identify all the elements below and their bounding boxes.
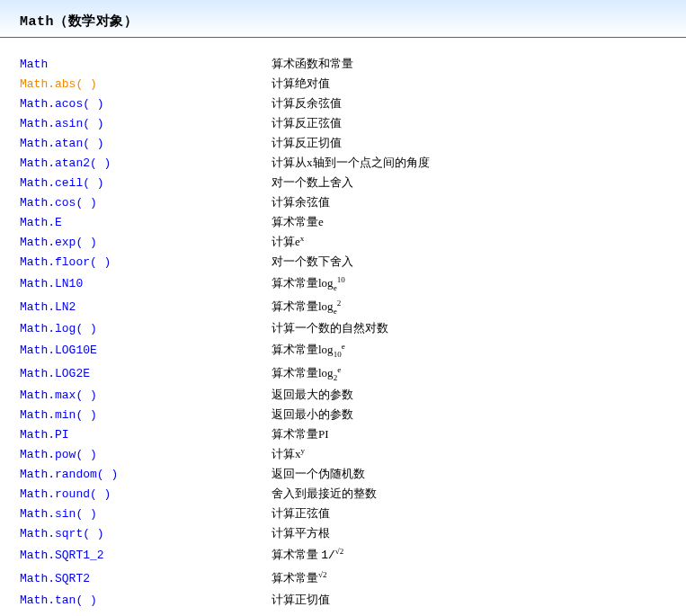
method-row: Math.sin( )计算正弦值 xyxy=(20,504,686,523)
method-desc: 算术函数和常量 xyxy=(272,54,353,73)
method-row: Math.SQRT1_2算术常量 1/√2 xyxy=(20,543,686,567)
method-link[interactable]: Math.max( ) xyxy=(20,388,97,402)
method-row: Math.floor( )对一个数下舍入 xyxy=(20,252,686,272)
method-row: Math.pow( )计算xy xyxy=(20,444,686,464)
method-list: Math算术函数和常量Math.abs( )计算绝对值Math.acos( )计… xyxy=(0,38,686,616)
method-link[interactable]: Math.abs( ) xyxy=(20,77,97,91)
method-name-cell: Math.LN10 xyxy=(20,272,272,295)
method-name-cell: Math.atan( ) xyxy=(20,134,272,153)
method-row: Math.LN2算术常量loge2 xyxy=(20,295,686,318)
method-link[interactable]: Math.sin( ) xyxy=(20,507,97,521)
method-name-cell: Math.LOG2E xyxy=(20,362,272,385)
method-link[interactable]: Math.ceil( ) xyxy=(20,176,104,190)
method-desc: 算术常量√2 xyxy=(272,567,326,589)
method-row: Math.atan( )计算反正切值 xyxy=(20,133,686,153)
method-name-cell: Math.E xyxy=(20,213,272,232)
method-link[interactable]: Math.pow( ) xyxy=(20,448,97,461)
method-name-cell: Math.exp( ) xyxy=(20,233,272,252)
method-desc: 计算反正切值 xyxy=(272,133,342,152)
method-link[interactable]: Math.asin( ) xyxy=(20,117,104,130)
method-row: Math.LOG10E算术常量log10e xyxy=(20,338,686,362)
method-link[interactable]: Math.floor( ) xyxy=(20,255,111,269)
method-desc: 对一个数上舍入 xyxy=(272,173,353,192)
method-name-cell: Math.sqrt( ) xyxy=(20,524,272,543)
method-link[interactable]: Math.atan( ) xyxy=(20,137,104,150)
method-link[interactable]: Math.tan( ) xyxy=(20,594,97,607)
method-desc: 计算平方根 xyxy=(272,523,330,542)
method-desc: 返回最小的参数 xyxy=(272,405,353,424)
method-desc: 计算余弦值 xyxy=(272,192,330,211)
method-row: Math.tan( )计算正切值 xyxy=(20,590,686,610)
method-desc: 算术常量loge2 xyxy=(272,295,341,317)
method-desc: 算术常量log2e xyxy=(272,362,341,384)
method-name-cell: Math.max( ) xyxy=(20,386,272,405)
method-name-cell: Math.PI xyxy=(20,425,272,444)
method-desc: 计算绝对值 xyxy=(272,74,330,93)
method-desc: 计算一个数的自然对数 xyxy=(272,318,388,337)
method-desc: 计算正切值 xyxy=(272,590,330,609)
method-row: Math.random( )返回一个伪随机数 xyxy=(20,464,686,484)
method-name-cell: Math.asin( ) xyxy=(20,114,272,133)
method-desc: 算术常量log10e xyxy=(272,338,345,361)
method-desc: 计算ex xyxy=(272,232,304,251)
method-name-cell: Math.log( ) xyxy=(20,319,272,338)
method-row: Math.acos( )计算反余弦值 xyxy=(20,94,686,113)
method-row: Math.SQRT2算术常量√2 xyxy=(20,567,686,590)
method-name-cell: Math.cos( ) xyxy=(20,193,272,212)
method-link[interactable]: Math.sqrt( ) xyxy=(20,527,104,540)
method-link[interactable]: Math.LOG2E xyxy=(20,367,90,380)
method-desc: 对一个数下舍入 xyxy=(272,252,353,271)
method-row: Math.PI算术常量PI xyxy=(20,424,686,444)
method-link[interactable]: Math.min( ) xyxy=(20,408,97,422)
method-desc: 返回最大的参数 xyxy=(272,385,353,404)
method-link[interactable]: Math.LN2 xyxy=(20,300,76,314)
method-link[interactable]: Math.LOG10E xyxy=(20,344,97,357)
method-name-cell: Math.acos( ) xyxy=(20,94,272,113)
method-name-cell: Math.floor( ) xyxy=(20,253,272,272)
method-desc: 舍入到最接近的整数 xyxy=(272,484,377,503)
method-row: Math.min( )返回最小的参数 xyxy=(20,405,686,424)
method-link[interactable]: Math.LN10 xyxy=(20,277,83,290)
method-desc: 计算正弦值 xyxy=(272,504,330,522)
method-row: Math.log( )计算一个数的自然对数 xyxy=(20,318,686,338)
method-row: Math.ceil( )对一个数上舍入 xyxy=(20,173,686,192)
method-name-cell: Math.LOG10E xyxy=(20,339,272,362)
method-link[interactable]: Math.exp( ) xyxy=(20,236,97,249)
method-link[interactable]: Math xyxy=(20,58,48,71)
method-name-cell: Math xyxy=(20,55,272,74)
method-desc: 计算反余弦值 xyxy=(272,94,342,112)
method-row: Math.asin( )计算反正弦值 xyxy=(20,113,686,133)
method-name-cell: Math.LN2 xyxy=(20,296,272,318)
method-link[interactable]: Math.round( ) xyxy=(20,487,111,501)
method-row: Math.E算术常量e xyxy=(20,212,686,232)
method-desc: 返回一个伪随机数 xyxy=(272,464,365,483)
method-link[interactable]: Math.acos( ) xyxy=(20,97,104,111)
method-row: Math.exp( )计算ex xyxy=(20,232,686,252)
method-row: Math.LN10算术常量loge10 xyxy=(20,272,686,295)
method-row: Math.sqrt( )计算平方根 xyxy=(20,523,686,543)
method-link[interactable]: Math.atan2( ) xyxy=(20,156,111,170)
method-name-cell: Math.atan2( ) xyxy=(20,154,272,173)
method-name-cell: Math.min( ) xyxy=(20,406,272,424)
method-link[interactable]: Math.E xyxy=(20,216,62,229)
method-link[interactable]: Math.cos( ) xyxy=(20,196,97,210)
method-name-cell: Math.abs( ) xyxy=(20,75,272,94)
method-name-cell: Math.ceil( ) xyxy=(20,174,272,192)
method-row: Math.round( )舍入到最接近的整数 xyxy=(20,484,686,504)
method-desc: 算术常量PI xyxy=(272,424,329,443)
method-link[interactable]: Math.SQRT2 xyxy=(20,572,90,585)
method-desc: 计算从x轴到一个点之间的角度 xyxy=(272,153,430,172)
method-link[interactable]: Math.PI xyxy=(20,428,69,442)
method-desc: 算术常量loge10 xyxy=(272,272,345,294)
method-row: Math.abs( )计算绝对值 xyxy=(20,74,686,94)
method-link[interactable]: Math.SQRT1_2 xyxy=(20,549,104,562)
method-row: Math.cos( )计算余弦值 xyxy=(20,192,686,212)
method-desc: 算术常量 1/√2 xyxy=(272,543,343,567)
method-link[interactable]: Math.random( ) xyxy=(20,468,118,481)
method-link[interactable]: Math.log( ) xyxy=(20,322,97,335)
method-name-cell: Math.round( ) xyxy=(20,485,272,504)
method-name-cell: Math.SQRT2 xyxy=(20,567,272,590)
method-name-cell: Math.pow( ) xyxy=(20,445,272,464)
method-name-cell: Math.tan( ) xyxy=(20,591,272,610)
page-title: Math（数学对象） xyxy=(20,13,686,30)
